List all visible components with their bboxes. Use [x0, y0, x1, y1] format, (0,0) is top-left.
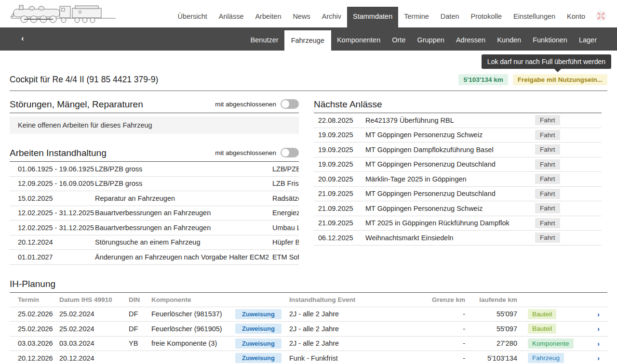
- arbeiten-task: Störungsuche an einem Fahrzeug: [95, 238, 272, 246]
- main-nav-item[interactable]: Archiv: [316, 7, 347, 27]
- ih-row[interactable]: 25.02.2026 25.02.2024 DF Feuerlöscher (9…: [10, 307, 607, 322]
- anlass-row[interactable]: 22.08.2025 Re421379 Überführung RBL Fahr…: [314, 113, 602, 128]
- anlass-date: 20.09.2025: [318, 175, 365, 183]
- chevron-right-icon[interactable]: [593, 354, 607, 362]
- tooltip-freigabe: Lok darf nur nach Full überführt werden: [482, 54, 611, 69]
- ih-datum-ihs: 25.02.2024: [59, 310, 129, 318]
- arbeiten-row[interactable]: 15.02.2025 Reparatur an Fahrzeugen Radsä…: [10, 191, 299, 206]
- ih-laufende-km: 55'097: [465, 325, 517, 333]
- arbeiten-row[interactable]: 12.09.2025 - 16.09.0205 LZB/PZB gross LZ…: [10, 177, 299, 192]
- anlass-date: 19.09.2025: [318, 146, 365, 154]
- toggle-mit-abgeschlossenen-arbeiten[interactable]: [281, 148, 299, 157]
- anlaesse-table: 22.08.2025 Re421379 Überführung RBL Fahr…: [314, 113, 602, 246]
- anlass-name: Weihnachtsmarkt Einsiedeln: [365, 234, 535, 242]
- anlass-row[interactable]: 19.09.2025 MT Göppingen Personenzug Schw…: [314, 128, 602, 143]
- main-nav-item[interactable]: Protokolle: [465, 7, 508, 27]
- ih-row[interactable]: 03.03.2026 03.03.2024 YB freie Komponent…: [10, 337, 607, 351]
- main-nav-item[interactable]: Konto: [561, 7, 591, 27]
- arbeiten-date: 12.02.2025 - 31.12.2025: [18, 224, 95, 232]
- subnav-item[interactable]: Adressen: [450, 29, 491, 51]
- ih-row[interactable]: 20.12.2026 20.12.2024 Zuweisung Funk - F…: [10, 351, 607, 364]
- anlass-date: 19.09.2025: [318, 160, 365, 168]
- anlass-row[interactable]: 19.09.2025 MT Göppingen Personenzug Deut…: [314, 157, 602, 172]
- subnav-item[interactable]: Funktionen: [527, 29, 573, 51]
- arbeiten-task: Bauartverbessrungen an Fahrzeugen: [95, 224, 272, 232]
- arbeiten-date: 12.02.2025 - 31.12.2025: [18, 209, 95, 217]
- chevron-right-icon[interactable]: [593, 339, 607, 348]
- fahrt-badge: Fahrt: [535, 159, 560, 169]
- ih-column-header: Komponente: [151, 296, 235, 303]
- arbeiten-date: 20.12.2024: [18, 238, 95, 246]
- chevron-right-icon[interactable]: [593, 325, 607, 333]
- section-arbeiten-header: Arbeiten Instandhaltung mit abgeschlosse…: [10, 148, 299, 162]
- fahrt-badge: Fahrt: [535, 233, 560, 243]
- arbeiten-date: 12.09.2025 - 16.09.0205: [18, 180, 95, 187]
- anlass-row[interactable]: 20.09.2025 Märklin-Tage 2025 in Göppinge…: [314, 172, 602, 187]
- zuweisung-button[interactable]: Zuweisung: [235, 353, 282, 363]
- ih-type-badge: Komponente: [528, 338, 574, 349]
- arbeiten-row[interactable]: 20.12.2024 Störungsuche an einem Fahrzeu…: [10, 235, 299, 250]
- anlass-date: 21.09.2025: [318, 205, 365, 212]
- arbeiten-row[interactable]: 12.02.2025 - 31.12.2025 Bauartverbessrun…: [10, 206, 299, 221]
- arbeiten-row[interactable]: 01.01.2027 Änderungen an Fahrzeugen nach…: [10, 250, 299, 265]
- subnav-item[interactable]: Orte: [386, 29, 411, 51]
- fahrt-badge: Fahrt: [535, 203, 560, 213]
- back-chevron-icon[interactable]: ‹: [17, 34, 28, 43]
- anlass-row[interactable]: 21.09.2025 MT Göppingen Personenzug Deut…: [314, 187, 602, 202]
- anlass-row[interactable]: 19.09.2025 MT Göppingen Dampflokzuführun…: [314, 143, 602, 157]
- main-nav-item[interactable]: Übersicht: [172, 7, 213, 27]
- main-nav-item[interactable]: Stammdaten: [347, 7, 398, 27]
- ih-column-header: laufende km: [465, 296, 517, 303]
- release-status-badge[interactable]: Freigabe mit Nutzungsein...: [513, 74, 607, 85]
- toggle-mit-abgeschlossenen-stoerungen[interactable]: [281, 99, 299, 109]
- ih-grenze-km: -: [424, 325, 465, 333]
- anlass-date: 21.09.2025: [318, 190, 365, 197]
- chevron-right-icon[interactable]: [593, 310, 607, 318]
- anlass-row[interactable]: 21.09.2025 MT Göppingen Personenzug Schw…: [314, 201, 602, 216]
- anlass-date: 19.09.2025: [318, 131, 365, 139]
- anlass-row[interactable]: 21.09.2025 MT 2025 in Göppingen Rückführ…: [314, 216, 602, 231]
- ih-event: 2J - alle 2 Jahre: [289, 339, 424, 347]
- subnav-stammdaten: ‹ Benutzer Fahrzeuge Komponenten Orte Gr…: [0, 27, 617, 51]
- ih-datum-ihs: 03.03.2024: [59, 339, 129, 347]
- arbeiten-row[interactable]: 12.02.2025 - 31.12.2025 Bauartverbessrun…: [10, 221, 299, 235]
- ih-event: 2J - alle 2 Jahre: [289, 310, 424, 318]
- subnav-item[interactable]: Kunden: [491, 29, 527, 51]
- subnav-item[interactable]: Fahrzeuge: [284, 30, 331, 51]
- anlass-name: MT Göppingen Personenzug Schweiz: [365, 205, 535, 212]
- arbeiten-task: LZB/PZB gross: [95, 180, 272, 187]
- app-logo-steam-locomotive[interactable]: [10, 3, 117, 24]
- top-header: Übersicht Anlässe Arbeiten News Archiv S…: [0, 0, 617, 27]
- subnav-item[interactable]: Benutzer: [245, 29, 284, 51]
- main-nav-item[interactable]: Arbeiten: [249, 7, 287, 27]
- steam-locomotive-icon: [10, 3, 117, 24]
- subnav-item[interactable]: Komponenten: [331, 29, 386, 51]
- ih-row[interactable]: 25.02.2026 25.02.2024 DF Feuerlöscher (9…: [10, 322, 607, 337]
- section-title-anlaesse: Nächste Anlässe: [314, 99, 382, 110]
- arbeiten-detail: ETM Soft: [272, 253, 299, 261]
- ih-din: DF: [129, 325, 151, 333]
- subnav-items: Benutzer Fahrzeuge Komponenten Orte Grup…: [245, 27, 617, 51]
- main-nav-item[interactable]: Daten: [435, 7, 465, 27]
- arbeiten-row[interactable]: 01.06.1925 - 19.06.1925 LZB/PZB gross LZ…: [10, 162, 299, 177]
- arbeiten-detail: Hüpfer Bl: [272, 238, 299, 246]
- anlass-name: MT Göppingen Personenzug Schweiz: [365, 131, 535, 139]
- anlass-date: 22.08.2025: [318, 117, 365, 124]
- main-nav-item[interactable]: News: [287, 7, 316, 27]
- ih-din: YB: [129, 339, 151, 347]
- anlass-date: 21.09.2025: [318, 219, 365, 227]
- main-nav-item[interactable]: Einstellungen: [508, 7, 561, 27]
- zuweisung-button[interactable]: Zuweisung: [235, 338, 282, 349]
- zuweisung-button[interactable]: Zuweisung: [235, 324, 282, 334]
- main-nav-item[interactable]: Anlässe: [213, 7, 250, 27]
- zuweisung-button[interactable]: Zuweisung: [235, 309, 282, 319]
- main-nav-item[interactable]: Termine: [398, 7, 435, 27]
- fahrt-badge: Fahrt: [535, 130, 560, 140]
- anlass-row[interactable]: 06.12.2025 Weihnachtsmarkt Einsiedeln Fa…: [314, 231, 602, 246]
- fahrt-badge: Fahrt: [535, 189, 560, 199]
- fullscreen-icon[interactable]: [595, 10, 607, 22]
- arbeiten-task: Reparatur an Fahrzeugen: [95, 195, 272, 202]
- ih-datum-ihs: 25.02.2024: [59, 325, 129, 333]
- subnav-item[interactable]: Gruppen: [411, 29, 450, 51]
- subnav-item[interactable]: Lager: [573, 29, 603, 51]
